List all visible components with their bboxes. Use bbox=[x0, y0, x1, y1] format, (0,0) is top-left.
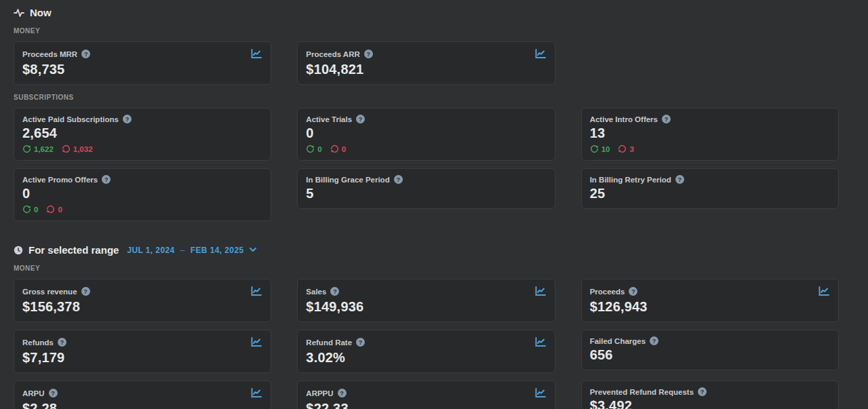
help-icon[interactable]: ? bbox=[123, 115, 132, 123]
gained-stat: 1,622 bbox=[22, 144, 54, 153]
help-icon[interactable]: ? bbox=[698, 387, 707, 396]
open-chart-button[interactable] bbox=[250, 48, 262, 60]
help-icon[interactable]: ? bbox=[330, 287, 339, 296]
metric-card-active-promo-offers[interactable]: Active Promo Offers ? 0 0 0 bbox=[14, 168, 271, 221]
card-title: Refunds bbox=[22, 338, 54, 347]
help-icon[interactable]: ? bbox=[394, 175, 403, 184]
line-chart-icon bbox=[535, 286, 546, 296]
line-chart-icon bbox=[251, 337, 262, 347]
help-icon[interactable]: ? bbox=[102, 175, 111, 184]
date-range-end: FEB 14, 2025 bbox=[191, 246, 244, 255]
card-title: Proceeds MRR bbox=[22, 50, 77, 58]
metric-card-failed-charges[interactable]: Failed Charges ? 656 bbox=[581, 330, 839, 370]
metric-card-refunds[interactable]: Refunds ? $7,179 bbox=[14, 330, 271, 373]
metric-card-in-billing-grace-period[interactable]: In Billing Grace Period ? 5 bbox=[297, 168, 555, 209]
lost-stat: 0 bbox=[330, 144, 346, 153]
date-range-selector[interactable]: JUL 1, 2024 – FEB 14, 2025 bbox=[127, 246, 256, 255]
substats: 1,622 1,032 bbox=[22, 144, 262, 153]
metric-card-proceeds[interactable]: Proceeds ? $126,943 bbox=[581, 279, 839, 322]
section-label-subscriptions: SUBSCRIPTIONS bbox=[14, 94, 839, 101]
card-title: ARPPU bbox=[306, 389, 333, 397]
card-value: $126,943 bbox=[590, 299, 830, 315]
card-title: Failed Charges bbox=[590, 337, 646, 345]
date-range-start: JUL 1, 2024 bbox=[127, 246, 174, 255]
help-icon[interactable]: ? bbox=[650, 336, 658, 345]
help-icon[interactable]: ? bbox=[81, 287, 90, 296]
card-value: 5 bbox=[306, 186, 546, 201]
dashboard-page: Now MONEY Proceeds MRR ? $8,735 Proceeds… bbox=[0, 0, 868, 409]
metric-card-active-paid-subscriptions[interactable]: Active Paid Subscriptions ? 2,654 1,622 … bbox=[14, 108, 271, 161]
metric-card-prevented-refund-requests[interactable]: Prevented Refund Requests ? $3,492 bbox=[581, 381, 839, 409]
metric-card-sales[interactable]: Sales ? $149,936 bbox=[297, 279, 555, 322]
line-chart-icon bbox=[535, 49, 546, 59]
card-value: 0 bbox=[22, 186, 262, 201]
range-section-title: For selected range bbox=[28, 244, 119, 256]
lost-stat: 1,032 bbox=[62, 144, 93, 153]
help-icon[interactable]: ? bbox=[58, 338, 66, 347]
help-icon[interactable]: ? bbox=[364, 50, 373, 58]
card-title: Gross revenue bbox=[22, 288, 77, 296]
help-icon[interactable]: ? bbox=[49, 389, 58, 397]
card-title: Active Trials bbox=[306, 115, 352, 123]
card-title: Active Paid Subscriptions bbox=[22, 115, 119, 123]
card-value: $8,735 bbox=[22, 62, 262, 77]
lost-icon bbox=[330, 144, 339, 153]
subscription-cards: Active Paid Subscriptions ? 2,654 1,622 … bbox=[14, 108, 839, 221]
card-value: 656 bbox=[590, 347, 830, 363]
card-value: $3,492 bbox=[590, 398, 830, 409]
lost-icon bbox=[46, 205, 55, 214]
card-value: $2.28 bbox=[22, 401, 262, 409]
metric-card-gross-revenue[interactable]: Gross revenue ? $156,378 bbox=[14, 279, 271, 322]
open-chart-button[interactable] bbox=[534, 387, 547, 399]
open-chart-button[interactable] bbox=[534, 48, 547, 60]
open-chart-button[interactable] bbox=[250, 336, 262, 348]
card-value: 3.02% bbox=[306, 350, 546, 366]
lost-stat: 3 bbox=[618, 144, 633, 153]
clock-icon bbox=[14, 246, 23, 255]
help-icon[interactable]: ? bbox=[338, 389, 347, 397]
now-section-title: Now bbox=[30, 7, 52, 18]
line-chart-icon bbox=[535, 388, 546, 398]
gained-stat: 0 bbox=[22, 205, 38, 214]
metric-card-proceeds-arr[interactable]: Proceeds ARR ? $104,821 bbox=[297, 41, 555, 85]
substats: 10 3 bbox=[590, 144, 830, 153]
metric-card-in-billing-retry-period[interactable]: In Billing Retry Period ? 25 bbox=[581, 168, 839, 209]
gained-icon bbox=[22, 144, 31, 153]
card-value: 2,654 bbox=[22, 125, 262, 141]
metric-card-refund-rate[interactable]: Refund Rate ? 3.02% bbox=[297, 330, 555, 373]
help-icon[interactable]: ? bbox=[81, 50, 90, 58]
lost-icon bbox=[62, 144, 71, 153]
open-chart-button[interactable] bbox=[250, 387, 262, 399]
now-money-cards: Proceeds MRR ? $8,735 Proceeds ARR ? $10… bbox=[14, 41, 839, 85]
metric-card-active-trials[interactable]: Active Trials ? 0 0 0 bbox=[297, 108, 555, 161]
line-chart-icon bbox=[251, 286, 262, 296]
section-label-money-range: MONEY bbox=[14, 265, 839, 272]
help-icon[interactable]: ? bbox=[629, 287, 637, 296]
metric-card-active-intro-offers[interactable]: Active Intro Offers ? 13 10 3 bbox=[581, 108, 839, 161]
help-icon[interactable]: ? bbox=[356, 338, 365, 347]
chevron-down-icon bbox=[250, 248, 256, 252]
range-money-cards: Gross revenue ? $156,378 Sales ? $149,93… bbox=[14, 279, 839, 409]
gained-stat: 0 bbox=[306, 144, 321, 153]
card-title: Proceeds ARR bbox=[306, 50, 359, 58]
metric-card-arpu[interactable]: ARPU ? $2.28 bbox=[14, 381, 271, 409]
substats: 0 0 bbox=[22, 205, 262, 214]
metric-card-proceeds-mrr[interactable]: Proceeds MRR ? $8,735 bbox=[14, 41, 271, 85]
gained-icon bbox=[22, 205, 31, 214]
open-chart-button[interactable] bbox=[818, 286, 830, 297]
lost-stat: 0 bbox=[46, 205, 62, 214]
gained-icon bbox=[590, 144, 599, 153]
card-title: Active Promo Offers bbox=[22, 176, 98, 184]
range-section-header: For selected range JUL 1, 2024 – FEB 14,… bbox=[14, 244, 839, 256]
open-chart-button[interactable] bbox=[250, 286, 262, 297]
help-icon[interactable]: ? bbox=[356, 115, 365, 123]
metric-card-arppu[interactable]: ARPPU ? $22.33 bbox=[297, 381, 555, 409]
gained-icon bbox=[306, 144, 315, 153]
activity-icon bbox=[14, 7, 24, 18]
open-chart-button[interactable] bbox=[534, 286, 547, 297]
open-chart-button[interactable] bbox=[534, 336, 547, 348]
help-icon[interactable]: ? bbox=[675, 175, 684, 184]
help-icon[interactable]: ? bbox=[662, 115, 671, 123]
card-title: Sales bbox=[306, 288, 326, 296]
section-label-money-now: MONEY bbox=[14, 27, 839, 35]
